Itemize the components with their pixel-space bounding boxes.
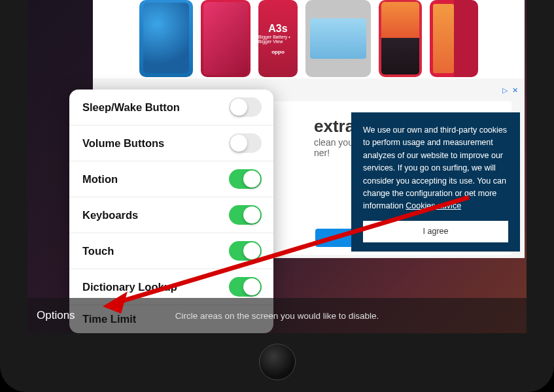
options-popover: Sleep/Wake Button Volume Buttons Motion …: [69, 90, 273, 333]
toggle-switch[interactable]: [229, 169, 262, 189]
option-label: Volume Buttons: [82, 137, 164, 150]
phone-thumbnail[interactable]: [379, 0, 422, 77]
phone-thumbnail[interactable]: [201, 0, 251, 77]
product-thumbnails: A3s Bigger Battery • Bigger View oppo: [93, 0, 525, 78]
phone-thumbnail[interactable]: A3s Bigger Battery • Bigger View oppo: [258, 0, 298, 77]
option-touch[interactable]: Touch: [69, 233, 273, 269]
adchoices-icon[interactable]: ▷: [502, 86, 508, 94]
phone-thumbnail[interactable]: [430, 0, 478, 77]
ipad-frame: A3s Bigger Battery • Bigger View oppo ▷ …: [0, 0, 554, 392]
home-button[interactable]: [259, 344, 296, 380]
tablet-thumbnail[interactable]: [305, 0, 371, 77]
cookie-text: We use our own and third-party cookies t…: [363, 125, 507, 210]
toggle-switch[interactable]: [229, 241, 262, 261]
close-icon[interactable]: ✕: [512, 86, 518, 94]
option-motion[interactable]: Motion: [69, 161, 273, 197]
cookie-advice-link[interactable]: Cookies advice: [406, 201, 461, 210]
cookie-banner: We use our own and third-party cookies t…: [351, 112, 520, 252]
option-label: Sleep/Wake Button: [82, 101, 180, 114]
options-button[interactable]: Options: [37, 309, 75, 322]
hint-text: Circle areas on the screen you would lik…: [175, 311, 379, 321]
option-label: Keyboards: [82, 209, 138, 221]
toggle-switch[interactable]: [229, 277, 262, 297]
ad-title: extra: [314, 116, 355, 137]
phone-brand: oppo: [271, 49, 285, 55]
toggle-switch[interactable]: [229, 205, 262, 225]
option-label: Motion: [82, 173, 118, 186]
option-volume-buttons[interactable]: Volume Buttons: [69, 125, 273, 161]
guided-access-bottom-bar: Options Circle areas on the screen you w…: [27, 298, 527, 333]
toggle-switch[interactable]: [229, 133, 262, 153]
phone-model-badge: A3s: [268, 23, 287, 35]
option-sleep-wake[interactable]: Sleep/Wake Button: [69, 90, 273, 125]
ad-indicator[interactable]: ▷ ✕: [502, 86, 518, 95]
phone-thumbnail[interactable]: [139, 0, 193, 77]
cookie-agree-button[interactable]: I agree: [363, 221, 508, 242]
phone-tagline: Bigger Battery • Bigger View: [258, 35, 298, 44]
option-label: Dictionary Lookup: [82, 281, 177, 293]
option-keyboards[interactable]: Keyboards: [69, 197, 273, 233]
option-label: Touch: [82, 245, 114, 257]
ipad-screen: A3s Bigger Battery • Bigger View oppo ▷ …: [27, 0, 527, 333]
action-button[interactable]: [315, 229, 355, 247]
toggle-switch[interactable]: [229, 97, 262, 117]
